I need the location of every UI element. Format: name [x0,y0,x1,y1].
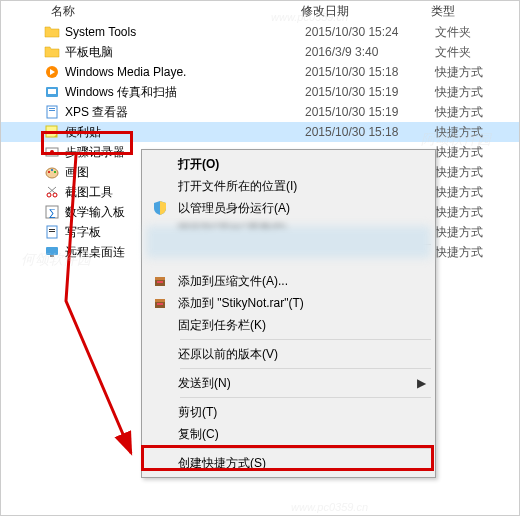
note-icon [43,124,61,140]
menu-separator [180,448,431,449]
menu-label: 打开文件所在的位置(I) [174,178,417,195]
svg-point-13 [47,193,51,197]
file-type: 快捷方式 [435,184,483,201]
menu-item[interactable]: 打开文件所在的位置(I) [144,175,433,197]
blank-icon [152,375,174,391]
menu-item[interactable]: 固定到任务栏(K) [144,314,433,336]
paint-icon [43,164,61,180]
svg-rect-2 [48,89,56,94]
wordpad-icon [43,224,61,240]
menu-label: 剪切(T) [174,404,417,421]
svg-rect-4 [49,108,55,109]
menu-item[interactable]: 还原以前的版本(V) [144,343,433,365]
file-name: XPS 查看器 [65,104,305,121]
svg-rect-3 [47,106,57,118]
svg-rect-20 [46,247,58,255]
file-type: 快捷方式 [435,164,483,181]
menu-label: 添加到 "StikyNot.rar"(T) [174,295,417,312]
header-name[interactable]: 名称 [1,3,301,20]
file-row[interactable]: XPS 查看器2015/10/30 15:19快捷方式 [1,102,519,122]
blank-icon [152,222,174,238]
menu-item[interactable]: 固定到"开始"屏幕(P) [144,219,433,241]
submenu-arrow-icon: ▶ [417,376,431,390]
file-type: 文件夹 [435,44,471,61]
rdp-icon [43,244,61,260]
menu-separator [180,339,431,340]
header-type[interactable]: 类型 [431,3,511,20]
menu-item[interactable]: 发送到(N)▶ [144,372,433,394]
menu-separator [180,397,431,398]
file-row[interactable]: 便利贴2015/10/30 15:18快捷方式 [1,122,519,142]
file-type: 快捷方式 [435,244,483,261]
watermark: www.pc0359.cn [291,501,368,513]
shield-icon [152,200,174,216]
file-type: 快捷方式 [435,104,483,121]
menu-separator [180,368,431,369]
menu-label: 固定到"开始"屏幕(P) [174,222,417,239]
menu-item[interactable] [144,248,433,270]
blank-icon [152,156,174,172]
blank-icon [152,426,174,442]
svg-point-11 [51,169,53,171]
snip-icon [43,184,61,200]
file-date: 2015/10/30 15:24 [305,25,435,39]
file-type: 快捷方式 [435,144,483,161]
menu-item[interactable]: 剪切(T) [144,401,433,423]
file-type: 快捷方式 [435,84,483,101]
menu-label: 还原以前的版本(V) [174,346,417,363]
file-type: 快捷方式 [435,224,483,241]
folder-icon [43,24,61,40]
xps-icon [43,104,61,120]
svg-rect-27 [157,303,163,305]
svg-rect-24 [157,281,163,283]
blank-icon [152,455,174,471]
blank-icon [152,251,174,267]
header-date[interactable]: 修改日期 [301,3,431,20]
svg-rect-5 [49,110,55,111]
menu-label: 发送到(N) [174,375,417,392]
file-name: Windows Media Playe. [65,65,305,79]
blank-icon [152,178,174,194]
menu-label: 以管理员身份运行(A) [174,200,417,217]
menu-item[interactable]: 添加到 "StikyNot.rar"(T) [144,292,433,314]
rar-icon [152,295,174,311]
menu-label: 打开(O) [174,156,417,173]
svg-rect-18 [49,229,55,230]
file-row[interactable]: System Tools2015/10/30 15:24文件夹 [1,22,519,42]
menu-label: 固定到任务栏(K) [174,317,417,334]
menu-item[interactable]: 创建快捷方式(S) [144,452,433,474]
svg-text:∑: ∑ [48,207,55,218]
svg-point-8 [50,150,54,154]
file-name: System Tools [65,25,305,39]
blank-icon [152,404,174,420]
file-date: 2015/10/30 15:19 [305,105,435,119]
wmp-icon [43,64,61,80]
context-menu: 打开(O)打开文件所在的位置(I)以管理员身份运行(A)固定到"开始"屏幕(P)… [141,149,436,478]
rec-icon [43,144,61,160]
file-date: 2015/10/30 15:18 [305,65,435,79]
file-date: 2016/3/9 3:40 [305,45,435,59]
menu-item[interactable]: 以管理员身份运行(A) [144,197,433,219]
menu-label: 复制(C) [174,426,417,443]
math-icon: ∑ [43,204,61,220]
menu-label: 添加到压缩文件(A)... [174,273,417,290]
svg-point-10 [48,171,50,173]
menu-item[interactable]: 打开(O) [144,153,433,175]
svg-rect-26 [155,299,165,302]
file-type: 快捷方式 [435,124,483,141]
blank-icon [152,317,174,333]
menu-item[interactable]: 复制(C) [144,423,433,445]
file-row[interactable]: Windows Media Playe.2015/10/30 15:18快捷方式 [1,62,519,82]
fax-icon [43,84,61,100]
file-name: 平板电脑 [65,44,305,61]
file-row[interactable]: Windows 传真和扫描2015/10/30 15:19快捷方式 [1,82,519,102]
folder-icon [43,44,61,60]
blank-icon [152,346,174,362]
menu-item[interactable]: 添加到压缩文件(A)... [144,270,433,292]
rar-icon [152,273,174,289]
svg-rect-21 [50,255,54,257]
menu-separator [180,244,431,245]
file-row[interactable]: 平板电脑2016/3/9 3:40文件夹 [1,42,519,62]
file-name: 便利贴 [65,124,305,141]
file-type: 文件夹 [435,24,471,41]
